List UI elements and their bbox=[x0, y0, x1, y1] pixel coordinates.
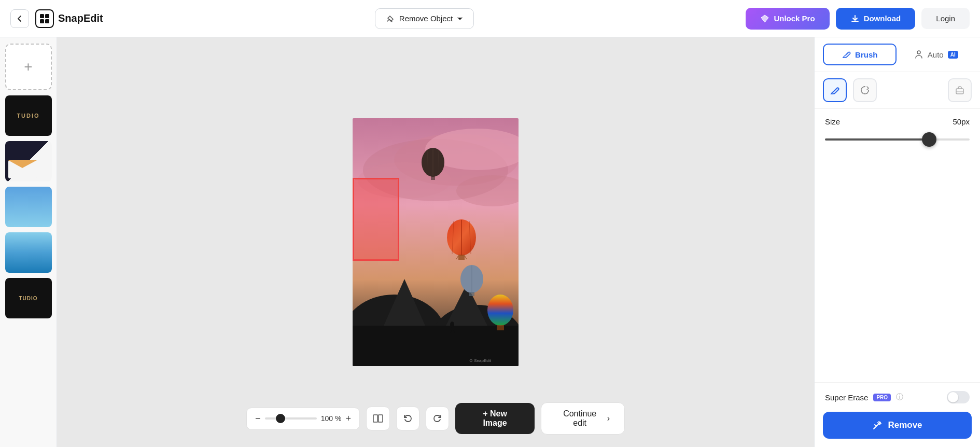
unlock-pro-button[interactable]: Unlock Pro bbox=[746, 8, 829, 30]
lasso-icon bbox=[859, 85, 871, 96]
svg-rect-42 bbox=[956, 89, 963, 94]
remove-button[interactable]: Remove bbox=[823, 412, 972, 439]
size-fill bbox=[825, 138, 929, 141]
pro-badge: PRO bbox=[873, 394, 891, 401]
main-image: ⊙ SnapEdit bbox=[353, 118, 519, 366]
compare-icon bbox=[372, 413, 384, 424]
thumbnail-beach[interactable] bbox=[5, 232, 52, 273]
remove-btn-label: Remove bbox=[888, 420, 922, 430]
svg-text:⊙ SnapEdit: ⊙ SnapEdit bbox=[469, 358, 491, 363]
super-erase-section: Super Erase PRO ⓘ bbox=[815, 382, 980, 412]
svg-rect-1 bbox=[45, 14, 49, 18]
brush-tool-icon bbox=[829, 85, 841, 96]
new-image-button[interactable]: + New Image bbox=[455, 403, 534, 434]
header-left: SnapEdit bbox=[10, 9, 103, 28]
login-label: Login bbox=[936, 14, 955, 23]
zoom-in-button[interactable]: + bbox=[346, 413, 352, 424]
size-label: Size bbox=[825, 117, 840, 126]
remove-object-label: Remove Object bbox=[399, 14, 453, 23]
mode-tabs: Brush Auto AI bbox=[815, 37, 980, 72]
person-icon bbox=[914, 50, 923, 59]
new-image-label: + New Image bbox=[470, 409, 520, 428]
download-label: Download bbox=[864, 14, 901, 23]
zoom-value: 100 % bbox=[321, 414, 342, 423]
main: + TUDIO TUDIO bbox=[0, 37, 980, 447]
auto-tab-label: Auto bbox=[928, 50, 944, 59]
ai-badge: AI bbox=[948, 51, 958, 59]
auto-tab[interactable]: Auto AI bbox=[901, 45, 972, 64]
unlock-pro-label: Unlock Pro bbox=[774, 14, 815, 23]
tool-icons-row bbox=[815, 72, 980, 109]
thumbnail-tudio2[interactable]: TUDIO bbox=[5, 278, 52, 318]
continue-edit-chevron: › bbox=[607, 414, 610, 423]
left-sidebar: + TUDIO TUDIO bbox=[0, 37, 57, 447]
svg-point-41 bbox=[917, 51, 920, 54]
header: SnapEdit Remove Object Unlock Pro bbox=[0, 0, 980, 37]
svg-rect-3 bbox=[45, 19, 49, 23]
svg-marker-4 bbox=[761, 15, 768, 22]
undo-icon bbox=[402, 413, 413, 424]
continue-edit-button[interactable]: Continue edit › bbox=[541, 402, 625, 435]
size-value: 50px bbox=[953, 117, 970, 126]
zoom-thumb[interactable] bbox=[276, 414, 285, 423]
image-container: ⊙ SnapEdit bbox=[353, 118, 519, 366]
chevron-down-icon bbox=[457, 16, 463, 22]
spacer bbox=[815, 154, 980, 382]
info-icon[interactable]: ⓘ bbox=[896, 393, 903, 402]
svg-rect-39 bbox=[379, 415, 383, 422]
brush-tab-label: Brush bbox=[855, 50, 877, 59]
zoom-control: − 100 % + bbox=[246, 408, 360, 430]
diamond-icon bbox=[760, 14, 769, 23]
lasso-tool-button[interactable] bbox=[853, 78, 877, 102]
erase-tool-button[interactable] bbox=[948, 78, 972, 102]
bottom-toolbar: − 100 % + bbox=[246, 402, 625, 435]
eraser-icon bbox=[386, 14, 395, 23]
size-slider-container[interactable] bbox=[825, 133, 970, 146]
svg-rect-21 bbox=[431, 176, 435, 180]
zoom-out-button[interactable]: − bbox=[255, 413, 261, 424]
zoom-slider[interactable] bbox=[265, 417, 317, 420]
canvas-area[interactable]: ⊙ SnapEdit − 100 % + bbox=[57, 37, 814, 447]
header-right: Unlock Pro Download Login bbox=[746, 8, 970, 30]
back-button[interactable] bbox=[10, 9, 29, 28]
remove-object-button[interactable]: Remove Object bbox=[375, 8, 474, 29]
size-track bbox=[825, 138, 970, 141]
svg-rect-38 bbox=[373, 415, 377, 422]
header-center: Remove Object bbox=[111, 8, 738, 29]
add-image-button[interactable]: + bbox=[5, 44, 52, 90]
brush-tab[interactable]: Brush bbox=[823, 44, 897, 65]
download-icon bbox=[850, 14, 860, 23]
svg-rect-13 bbox=[353, 326, 519, 366]
svg-point-44 bbox=[879, 422, 881, 424]
svg-rect-29 bbox=[458, 255, 465, 260]
brush-tool-button[interactable] bbox=[823, 78, 847, 102]
redo-icon bbox=[432, 413, 443, 424]
size-header: Size 50px bbox=[825, 117, 970, 126]
super-erase-toggle[interactable] bbox=[947, 391, 970, 403]
size-slider-thumb[interactable] bbox=[922, 132, 936, 147]
undo-button[interactable] bbox=[396, 407, 419, 430]
add-icon: + bbox=[24, 59, 32, 75]
download-button[interactable]: Download bbox=[836, 8, 916, 30]
login-button[interactable]: Login bbox=[921, 8, 970, 29]
svg-rect-36 bbox=[497, 325, 504, 330]
toggle-thumb bbox=[948, 392, 958, 402]
thumbnail-tudio1[interactable]: TUDIO bbox=[5, 95, 52, 136]
brush-tab-icon bbox=[842, 50, 851, 59]
svg-rect-0 bbox=[40, 14, 44, 18]
logo: SnapEdit bbox=[35, 9, 103, 28]
eraser-tool-icon bbox=[954, 85, 965, 96]
svg-point-35 bbox=[487, 295, 513, 326]
super-erase-label: Super Erase bbox=[825, 393, 868, 402]
wand-icon bbox=[872, 420, 883, 430]
thumbnail-jump[interactable] bbox=[5, 187, 52, 227]
svg-rect-34 bbox=[469, 292, 474, 296]
redo-button[interactable] bbox=[426, 407, 449, 430]
svg-point-16 bbox=[450, 322, 454, 328]
logo-icon bbox=[35, 9, 54, 28]
size-section: Size 50px bbox=[815, 109, 980, 154]
continue-edit-label: Continue edit bbox=[556, 409, 604, 428]
compare-button[interactable] bbox=[366, 407, 389, 430]
right-panel: Brush Auto AI bbox=[814, 37, 980, 447]
thumbnail-paper[interactable] bbox=[5, 141, 52, 181]
